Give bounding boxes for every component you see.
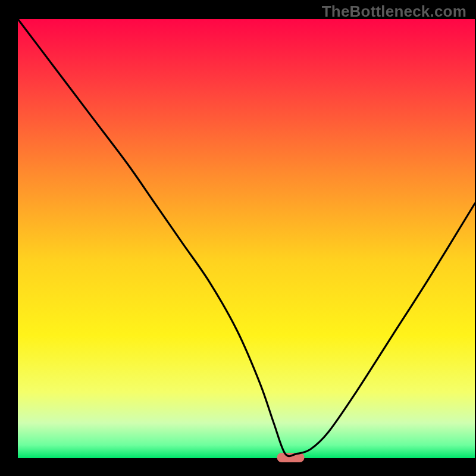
watermark-text: TheBottleneck.com [322,2,466,21]
chart-container: TheBottleneck.com [0,0,476,476]
plot-background [18,19,475,458]
bottleneck-chart [0,0,476,476]
optimal-zone-marker [277,453,304,462]
